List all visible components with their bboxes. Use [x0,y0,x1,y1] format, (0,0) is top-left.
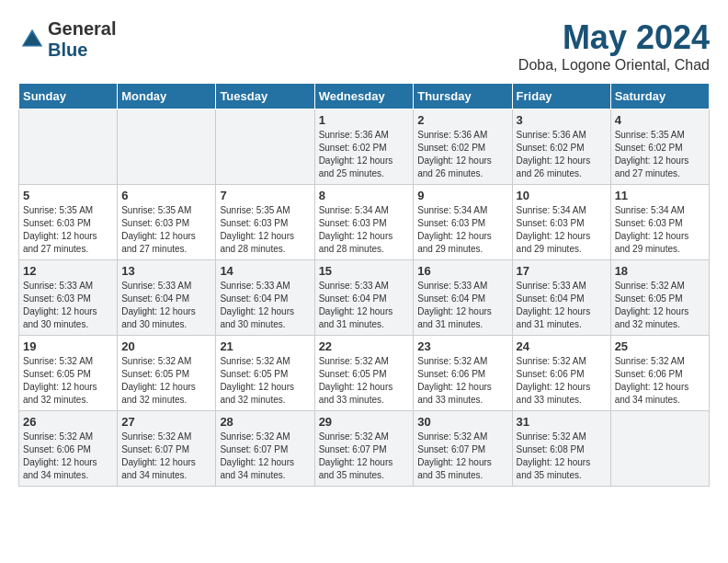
calendar-cell [19,109,118,185]
calendar-cell: 12Sunrise: 5:33 AM Sunset: 6:03 PM Dayli… [19,260,118,336]
calendar-cell: 2Sunrise: 5:36 AM Sunset: 6:02 PM Daylig… [414,109,512,185]
calendar-cell: 13Sunrise: 5:33 AM Sunset: 6:04 PM Dayli… [118,260,216,336]
day-info: Sunrise: 5:32 AM Sunset: 6:06 PM Dayligh… [23,431,113,482]
calendar-cell: 9Sunrise: 5:34 AM Sunset: 6:03 PM Daylig… [414,185,512,260]
calendar-cell: 28Sunrise: 5:32 AM Sunset: 6:07 PM Dayli… [216,411,314,487]
logo-icon [18,26,46,53]
day-info: Sunrise: 5:36 AM Sunset: 6:02 PM Dayligh… [319,129,410,180]
day-info: Sunrise: 5:34 AM Sunset: 6:03 PM Dayligh… [517,204,607,256]
day-number: 9 [417,189,507,202]
calendar-cell: 31Sunrise: 5:32 AM Sunset: 6:08 PM Dayli… [512,411,610,487]
day-number: 6 [121,189,211,202]
day-info: Sunrise: 5:33 AM Sunset: 6:04 PM Dayligh… [319,280,410,331]
day-info: Sunrise: 5:35 AM Sunset: 6:03 PM Dayligh… [220,204,310,256]
calendar-cell: 4Sunrise: 5:35 AM Sunset: 6:02 PM Daylig… [610,109,709,185]
day-number: 28 [220,415,310,429]
day-info: Sunrise: 5:32 AM Sunset: 6:05 PM Dayligh… [23,355,113,407]
day-number: 10 [517,189,607,202]
day-info: Sunrise: 5:35 AM Sunset: 6:03 PM Dayligh… [121,204,211,256]
day-info: Sunrise: 5:32 AM Sunset: 6:07 PM Dayligh… [220,431,310,482]
day-info: Sunrise: 5:32 AM Sunset: 6:06 PM Dayligh… [615,355,705,407]
day-number: 20 [121,339,211,353]
calendar-week-row: 19Sunrise: 5:32 AM Sunset: 6:05 PM Dayli… [19,336,710,411]
calendar-cell: 7Sunrise: 5:35 AM Sunset: 6:03 PM Daylig… [216,185,314,260]
day-number: 19 [23,339,113,353]
day-number: 15 [319,264,410,278]
day-of-week-header: Sunday [19,84,118,109]
day-number: 1 [319,113,410,127]
day-of-week-header: Saturday [610,84,709,109]
calendar-body: 1Sunrise: 5:36 AM Sunset: 6:02 PM Daylig… [19,109,710,487]
calendar-week-row: 12Sunrise: 5:33 AM Sunset: 6:03 PM Dayli… [19,260,710,336]
day-number: 27 [121,415,211,429]
day-info: Sunrise: 5:34 AM Sunset: 6:03 PM Dayligh… [615,204,705,256]
day-of-week-header: Friday [512,84,610,109]
day-info: Sunrise: 5:32 AM Sunset: 6:05 PM Dayligh… [615,280,705,331]
day-number: 29 [319,415,410,429]
day-number: 12 [23,264,113,278]
day-number: 4 [615,113,705,127]
calendar-cell: 22Sunrise: 5:32 AM Sunset: 6:05 PM Dayli… [314,336,414,411]
day-number: 23 [417,339,507,353]
calendar-week-row: 1Sunrise: 5:36 AM Sunset: 6:02 PM Daylig… [19,109,710,185]
calendar-cell: 24Sunrise: 5:32 AM Sunset: 6:06 PM Dayli… [512,336,610,411]
calendar-header-row: SundayMondayTuesdayWednesdayThursdayFrid… [19,84,710,109]
calendar-cell: 21Sunrise: 5:32 AM Sunset: 6:05 PM Dayli… [216,336,314,411]
calendar-cell: 5Sunrise: 5:35 AM Sunset: 6:03 PM Daylig… [19,185,118,260]
day-info: Sunrise: 5:34 AM Sunset: 6:03 PM Dayligh… [417,204,507,256]
day-number: 26 [23,415,113,429]
day-info: Sunrise: 5:34 AM Sunset: 6:03 PM Dayligh… [319,204,410,256]
day-number: 18 [615,264,705,278]
calendar-cell: 19Sunrise: 5:32 AM Sunset: 6:05 PM Dayli… [19,336,118,411]
day-number: 31 [517,415,607,429]
day-info: Sunrise: 5:32 AM Sunset: 6:06 PM Dayligh… [517,355,607,407]
calendar-cell [118,109,216,185]
day-info: Sunrise: 5:32 AM Sunset: 6:05 PM Dayligh… [319,355,410,407]
day-info: Sunrise: 5:32 AM Sunset: 6:05 PM Dayligh… [220,355,310,407]
calendar-cell: 6Sunrise: 5:35 AM Sunset: 6:03 PM Daylig… [118,185,216,260]
day-number: 8 [319,189,410,202]
day-number: 13 [121,264,211,278]
day-info: Sunrise: 5:36 AM Sunset: 6:02 PM Dayligh… [417,129,507,180]
day-number: 7 [220,189,310,202]
day-number: 3 [517,113,607,127]
calendar-cell: 8Sunrise: 5:34 AM Sunset: 6:03 PM Daylig… [314,185,414,260]
day-of-week-header: Monday [118,84,216,109]
day-info: Sunrise: 5:33 AM Sunset: 6:04 PM Dayligh… [517,280,607,331]
day-number: 24 [517,339,607,353]
logo: General Blue [18,18,116,61]
day-info: Sunrise: 5:32 AM Sunset: 6:08 PM Dayligh… [517,431,607,482]
day-info: Sunrise: 5:32 AM Sunset: 6:07 PM Dayligh… [319,431,410,482]
page-header: General Blue May 2024 Doba, Logone Orien… [18,18,710,74]
day-number: 2 [417,113,507,127]
day-number: 17 [517,264,607,278]
day-number: 11 [615,189,705,202]
calendar-week-row: 5Sunrise: 5:35 AM Sunset: 6:03 PM Daylig… [19,185,710,260]
day-of-week-header: Wednesday [314,84,414,109]
day-number: 16 [417,264,507,278]
day-info: Sunrise: 5:32 AM Sunset: 6:07 PM Dayligh… [417,431,507,482]
calendar-cell: 26Sunrise: 5:32 AM Sunset: 6:06 PM Dayli… [19,411,118,487]
day-number: 21 [220,339,310,353]
day-number: 14 [220,264,310,278]
calendar-week-row: 26Sunrise: 5:32 AM Sunset: 6:06 PM Dayli… [19,411,710,487]
calendar-cell: 3Sunrise: 5:36 AM Sunset: 6:02 PM Daylig… [512,109,610,185]
calendar-cell: 16Sunrise: 5:33 AM Sunset: 6:04 PM Dayli… [414,260,512,336]
calendar-cell: 29Sunrise: 5:32 AM Sunset: 6:07 PM Dayli… [314,411,414,487]
day-number: 25 [615,339,705,353]
calendar-cell: 30Sunrise: 5:32 AM Sunset: 6:07 PM Dayli… [414,411,512,487]
calendar-cell: 25Sunrise: 5:32 AM Sunset: 6:06 PM Dayli… [610,336,709,411]
day-info: Sunrise: 5:33 AM Sunset: 6:04 PM Dayligh… [417,280,507,331]
day-of-week-header: Thursday [414,84,512,109]
day-info: Sunrise: 5:32 AM Sunset: 6:05 PM Dayligh… [121,355,211,407]
location: Doba, Logone Oriental, Chad [518,57,710,74]
calendar-cell: 10Sunrise: 5:34 AM Sunset: 6:03 PM Dayli… [512,185,610,260]
day-info: Sunrise: 5:33 AM Sunset: 6:03 PM Dayligh… [23,280,113,331]
day-info: Sunrise: 5:35 AM Sunset: 6:03 PM Dayligh… [23,204,113,256]
day-info: Sunrise: 5:32 AM Sunset: 6:07 PM Dayligh… [121,431,211,482]
day-info: Sunrise: 5:35 AM Sunset: 6:02 PM Dayligh… [615,129,705,180]
month-year: May 2024 [518,18,710,57]
day-info: Sunrise: 5:32 AM Sunset: 6:06 PM Dayligh… [417,355,507,407]
day-info: Sunrise: 5:33 AM Sunset: 6:04 PM Dayligh… [121,280,211,331]
day-info: Sunrise: 5:36 AM Sunset: 6:02 PM Dayligh… [517,129,607,180]
